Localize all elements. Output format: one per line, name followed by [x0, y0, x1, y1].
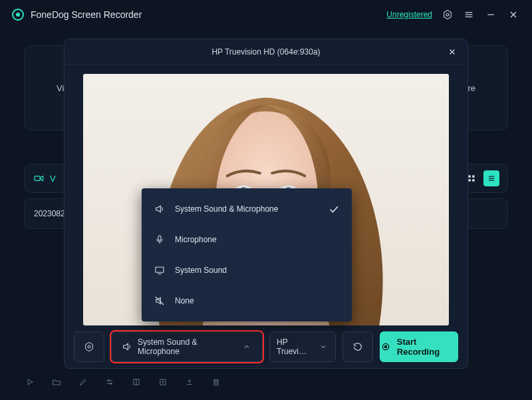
audio-option-label: System Sound [175, 266, 227, 275]
svg-rect-51 [156, 267, 164, 272]
reset-button[interactable] [342, 331, 373, 362]
titlebar: FoneDog Screen Recorder Unregistered [0, 0, 532, 29]
list-view-button[interactable] [483, 170, 499, 186]
bottom-toolbar [24, 376, 508, 388]
svg-rect-49 [158, 236, 161, 240]
audio-option-label: Microphone [175, 235, 217, 244]
check-icon [328, 203, 340, 215]
svg-point-1 [446, 13, 449, 16]
audio-source-label: System Sound & Microphone [138, 337, 236, 356]
unregistered-link[interactable]: Unregistered [386, 10, 432, 19]
svg-point-48 [384, 345, 388, 349]
record-icon [380, 341, 392, 353]
svg-marker-45 [86, 342, 93, 351]
svg-rect-11 [472, 175, 475, 178]
folder-icon[interactable] [51, 376, 63, 388]
svg-point-46 [88, 345, 90, 348]
audio-source-dropdown[interactable]: System Sound & Microphone [111, 331, 263, 362]
close-modal-button[interactable] [445, 45, 460, 59]
svg-rect-10 [468, 175, 471, 178]
audio-option-system-sound[interactable]: System Sound [142, 255, 352, 286]
settings-icon[interactable] [442, 9, 454, 21]
export-icon[interactable] [157, 376, 169, 388]
preview-settings-button[interactable] [74, 331, 104, 362]
close-window-button[interactable] [507, 9, 520, 21]
start-recording-label: Start Recording [397, 337, 458, 357]
app-logo-icon [12, 9, 24, 21]
audio-option-microphone[interactable]: Microphone [142, 224, 352, 255]
camera-select-dropdown[interactable]: HP Truevi… [269, 331, 336, 362]
system-sound-icon [154, 264, 166, 276]
audio-option-label: System Sound & Microphone [175, 204, 278, 214]
camera-tab-icon [33, 172, 45, 184]
camera-device-label: HP Truevision HD (064e:930a) [211, 47, 320, 57]
speaker-icon [154, 203, 166, 215]
svg-marker-0 [444, 10, 452, 19]
play-icon[interactable] [24, 376, 36, 388]
tab-label[interactable]: V [50, 174, 56, 184]
menu-icon[interactable] [463, 9, 475, 21]
svg-rect-13 [472, 179, 475, 182]
adjust-icon[interactable] [104, 376, 116, 388]
speaker-icon [121, 341, 132, 353]
start-recording-button[interactable]: Start Recording [380, 331, 458, 362]
modal-footer: System Sound & Microphone HP Truevi… Sta… [65, 325, 467, 368]
audio-option-system-and-mic[interactable]: System Sound & Microphone [142, 194, 352, 224]
svg-marker-9 [41, 176, 43, 181]
webcam-modal: HP Truevision HD (064e:930a) [64, 39, 468, 369]
modal-header: HP Truevision HD (064e:930a) [65, 39, 467, 65]
recording-filename: 2023082 [34, 209, 65, 218]
minimize-button[interactable] [484, 9, 497, 21]
svg-rect-8 [35, 176, 40, 181]
add-icon[interactable] [184, 376, 196, 388]
svg-rect-28 [214, 380, 218, 385]
mute-icon [154, 295, 166, 307]
audio-source-menu: System Sound & Microphone Microphone Sys… [142, 188, 352, 321]
edit-icon[interactable] [77, 376, 89, 388]
svg-marker-17 [28, 379, 33, 385]
camera-select-label: HP Truevi… [277, 337, 313, 356]
compress-icon[interactable] [130, 376, 142, 388]
chevron-up-icon [241, 341, 253, 353]
audio-option-none[interactable]: None [142, 286, 352, 316]
microphone-icon [154, 234, 166, 246]
app-title: FoneDog Screen Recorder [31, 9, 142, 20]
audio-option-label: None [175, 296, 194, 305]
svg-rect-12 [468, 179, 471, 182]
delete-icon[interactable] [210, 376, 222, 388]
chevron-down-icon [319, 341, 329, 353]
